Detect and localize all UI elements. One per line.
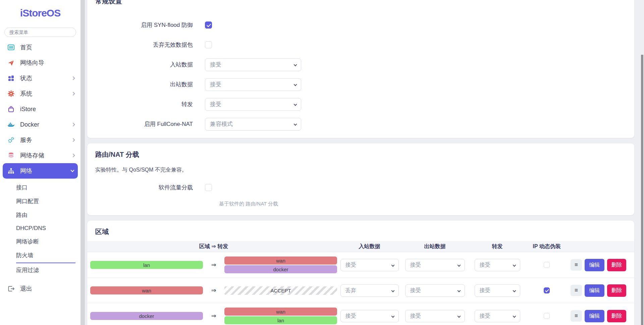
chevron-down-icon bbox=[457, 289, 461, 292]
submenu-item-firewall[interactable]: 防火墙 bbox=[16, 248, 75, 263]
sort-handle-button[interactable]: ≡ bbox=[571, 310, 582, 322]
edit-button[interactable]: 编辑 bbox=[585, 310, 604, 322]
edit-button[interactable]: 编辑 bbox=[585, 259, 604, 271]
zone-pill-wan: wan bbox=[224, 308, 337, 316]
zone-output-select[interactable]: 接受 bbox=[405, 284, 465, 297]
output-policy-row: 出站数据 接受 bbox=[87, 75, 634, 94]
zone-forward-select[interactable]: 接受 bbox=[475, 259, 520, 271]
chevron-down-icon bbox=[294, 122, 297, 126]
sw-offload-row: 软件流量分载 bbox=[87, 178, 634, 197]
zone-pill-wan: wan bbox=[224, 257, 337, 265]
submenu-item-dhcp-dns[interactable]: DHCP/DNS bbox=[16, 222, 75, 235]
zone-pill-lan: lan bbox=[224, 316, 337, 324]
zone-forward-select[interactable]: 接受 bbox=[475, 284, 520, 297]
zone-input-select[interactable]: 丢弃 bbox=[340, 284, 399, 297]
zones-title: 区域 bbox=[87, 227, 634, 236]
chevron-down-icon bbox=[391, 314, 394, 318]
sidebar-item-services[interactable]: 服务 bbox=[0, 132, 80, 148]
sidebar-search bbox=[4, 28, 76, 37]
chevron-down-icon bbox=[391, 289, 394, 292]
sidebar-item-label: 系统 bbox=[20, 90, 32, 98]
sort-handle-button[interactable]: ≡ bbox=[571, 285, 582, 296]
zone-input-select[interactable]: 接受 bbox=[340, 259, 399, 271]
zone-pill-wan: wan bbox=[90, 286, 203, 294]
forward-policy-row: 转发 接受 bbox=[87, 94, 634, 114]
sidebar-item-istore[interactable]: iStore bbox=[0, 101, 80, 117]
forward-arrow: ⇒ bbox=[203, 287, 224, 294]
input-policy-row: 入站数据 接受 bbox=[87, 55, 634, 75]
output-policy-label: 出站数据 bbox=[87, 81, 205, 88]
masquerade-checkbox[interactable] bbox=[544, 313, 550, 319]
network-submenu: 接口 网口配置 路由 DHCP/DNS 网络诊断 防火墙 应用过滤 bbox=[0, 179, 80, 277]
forward-arrow: ⇒ bbox=[203, 312, 224, 320]
sidebar-item-network[interactable]: 网络 bbox=[3, 163, 78, 179]
select-value: 接受 bbox=[410, 287, 421, 294]
select-value: 接受 bbox=[210, 100, 221, 108]
select-value: 接受 bbox=[480, 313, 490, 320]
status-grid-icon bbox=[7, 75, 15, 82]
masquerade-checkbox[interactable] bbox=[544, 262, 550, 268]
accept-policy-badge: ACCEPT bbox=[224, 286, 337, 295]
select-value: 接受 bbox=[410, 262, 421, 269]
nat-offload-card: 路由/NAT 分载 实验特性。与 QoS/SQM 不完全兼容。 软件流量分载 基… bbox=[87, 143, 634, 215]
wizard-icon bbox=[7, 59, 15, 66]
sw-offload-hint: 基于软件的 路由/NAT 分载 bbox=[219, 201, 634, 207]
submenu-item-diagnostics[interactable]: 网络诊断 bbox=[16, 235, 75, 248]
sidebar-item-label: 网络向导 bbox=[20, 59, 44, 67]
edit-button[interactable]: 编辑 bbox=[585, 284, 604, 297]
sidebar-item-status[interactable]: 状态 bbox=[0, 71, 80, 86]
sidebar-item-label: 退出 bbox=[20, 285, 32, 293]
delete-button[interactable]: 删除 bbox=[607, 284, 626, 297]
chevron-down-icon bbox=[294, 63, 297, 66]
zone-forward-select[interactable]: 接受 bbox=[475, 310, 520, 322]
chevron-right-icon bbox=[71, 123, 75, 126]
chevron-down-icon bbox=[513, 289, 516, 292]
sidebar-scrollbar[interactable] bbox=[80, 0, 85, 325]
syn-flood-label: 启用 SYN-flood 防御 bbox=[87, 21, 205, 29]
zones-card: 区域 区域 ⇒ 转发 入站数据 出站数据 转发 IP 动态伪装 lan ⇒ wa… bbox=[87, 221, 634, 325]
header-forward: 转发 bbox=[468, 243, 527, 250]
page-scrollbar-thumb[interactable] bbox=[641, 55, 643, 325]
zone-output-select[interactable]: 接受 bbox=[405, 310, 465, 322]
sidebar-item-storage[interactable]: 网络存储 bbox=[0, 148, 80, 163]
shopping-bag-icon bbox=[7, 105, 15, 113]
delete-button[interactable]: 删除 bbox=[607, 259, 626, 271]
sidebar-item-system[interactable]: 系统 bbox=[0, 86, 80, 101]
zone-input-select[interactable]: 接受 bbox=[340, 310, 399, 322]
submenu-item-app-filter[interactable]: 应用过滤 bbox=[16, 263, 75, 277]
output-policy-select[interactable]: 接受 bbox=[205, 78, 301, 91]
sw-offload-checkbox[interactable] bbox=[205, 184, 212, 191]
sidebar-item-docker[interactable]: Docker bbox=[0, 117, 80, 132]
sidebar-item-logout[interactable]: 退出 bbox=[0, 281, 80, 296]
input-policy-select[interactable]: 接受 bbox=[205, 58, 301, 71]
delete-button[interactable]: 删除 bbox=[607, 310, 626, 322]
fullcone-nat-row: 启用 FullCone-NAT 兼容模式 bbox=[87, 114, 634, 134]
drop-invalid-checkbox[interactable] bbox=[205, 41, 212, 48]
sidebar-item-home[interactable]: 首页 bbox=[0, 40, 80, 55]
docker-icon bbox=[7, 121, 15, 128]
submenu-item-interfaces[interactable]: 接口 bbox=[16, 181, 75, 194]
nat-offload-description: 实验特性。与 QoS/SQM 不完全兼容。 bbox=[95, 167, 634, 174]
database-icon bbox=[7, 152, 15, 159]
search-input[interactable] bbox=[4, 28, 76, 37]
submenu-item-ports[interactable]: 网口配置 bbox=[16, 194, 75, 208]
fullcone-nat-select[interactable]: 兼容模式 bbox=[205, 118, 301, 131]
forward-arrow: ⇒ bbox=[203, 261, 224, 269]
sidebar-item-wizard[interactable]: 网络向导 bbox=[0, 55, 80, 71]
drop-invalid-row: 丢弃无效数据包 bbox=[87, 35, 634, 55]
chevron-down-icon bbox=[70, 168, 74, 172]
select-value: 接受 bbox=[210, 61, 221, 68]
chevron-right-icon bbox=[71, 153, 75, 157]
syn-flood-checkbox[interactable] bbox=[205, 21, 212, 29]
chevron-down-icon bbox=[294, 83, 297, 86]
main-content: 常规设置 启用 SYN-flood 防御 丢弃无效数据包 入站数据 接受 bbox=[87, 0, 634, 325]
select-value: 接受 bbox=[210, 81, 221, 88]
zone-output-select[interactable]: 接受 bbox=[405, 259, 465, 271]
sort-handle-button[interactable]: ≡ bbox=[571, 259, 582, 271]
masquerade-checkbox[interactable] bbox=[544, 287, 550, 293]
chevron-down-icon bbox=[457, 314, 461, 318]
zone-row-wan: wan ⇒ ACCEPT 丢弃 接受 接受 bbox=[87, 278, 634, 303]
submenu-item-routes[interactable]: 路由 bbox=[16, 208, 75, 222]
forward-policy-select[interactable]: 接受 bbox=[205, 98, 301, 111]
select-value: 接受 bbox=[345, 262, 356, 269]
